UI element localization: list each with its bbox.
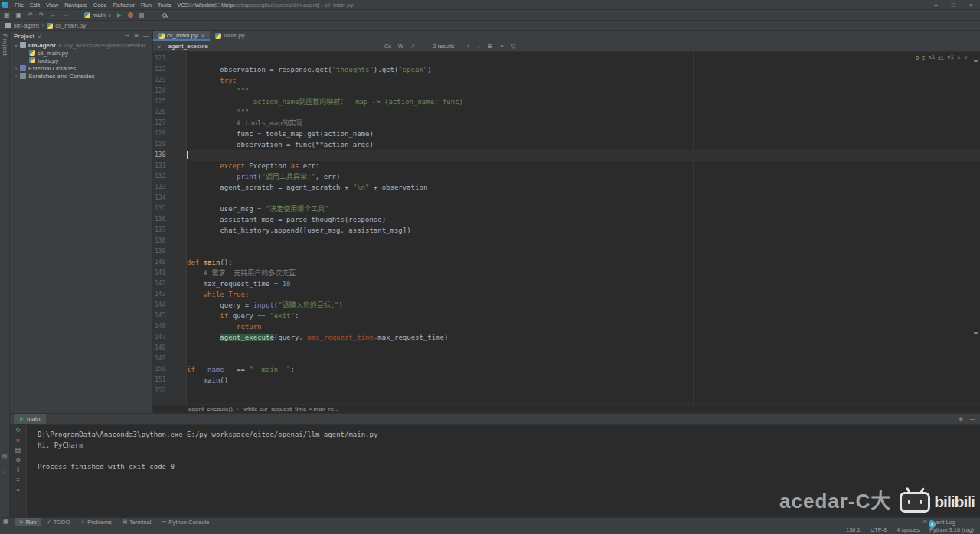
code-line[interactable]: 125 action_name到函数的映射： map -> {action_na… <box>153 96 980 107</box>
breadcrumb-item[interactable]: llm-agent <box>5 22 39 29</box>
code-line[interactable]: 127 # tools_map的实现 <box>153 118 980 129</box>
tree-arrow-icon[interactable]: › <box>13 66 19 70</box>
back-icon[interactable]: ← <box>51 10 57 21</box>
search-everywhere-icon[interactable] <box>162 13 167 18</box>
toolwindow-button-problems[interactable]: ⚠Problems <box>76 518 116 526</box>
toolwindow-button-run[interactable]: ▶Run <box>15 518 41 526</box>
code-line[interactable]: 123 try: <box>153 75 980 86</box>
minimize-button[interactable]: – <box>927 0 945 10</box>
code-line[interactable]: 135 user_msg = "决定使用哪个工具" <box>153 204 980 214</box>
code-line[interactable]: 130 <box>153 150 980 161</box>
breadcrumb-item[interactable]: cli_main.py <box>47 22 86 29</box>
restore-layout-icon[interactable]: ▤ <box>15 447 21 454</box>
next-match-icon[interactable]: ↓ <box>477 43 480 50</box>
toggle-W[interactable]: W <box>398 43 403 50</box>
close-button[interactable]: × <box>962 0 980 10</box>
code-line[interactable]: 133 agent_scratch = agent_scratch + "\n"… <box>153 182 980 193</box>
code-line[interactable]: 146 return <box>153 321 980 332</box>
code-line[interactable]: 132 print("调用工具异常:", err) <box>153 171 980 182</box>
breadcrumb-context-left[interactable]: agent_execute() <box>188 405 233 412</box>
prev-match-icon[interactable]: ↑ <box>467 43 470 50</box>
editor-tab-tools-py[interactable]: tools.py <box>210 31 250 41</box>
menu-file[interactable]: File <box>11 0 27 10</box>
run-settings-icon[interactable]: ⊛ <box>15 457 21 464</box>
maximize-button[interactable]: □ <box>945 0 962 10</box>
redo-icon[interactable]: ↷ <box>39 10 44 21</box>
code-line[interactable]: 121 <box>153 54 980 64</box>
tree-item-scratches-and-consoles[interactable]: ›Scratches and Consoles <box>10 72 152 80</box>
tree-item-file-cli-main-py[interactable]: cli_main.py <box>10 49 152 57</box>
marker-column[interactable] <box>973 52 979 404</box>
menu-view[interactable]: View <box>43 0 61 10</box>
code-line[interactable]: 129 observation = func(**action_args) <box>153 139 980 150</box>
select-all-matches-icon[interactable]: ⊞ <box>488 43 492 50</box>
project-strip-button[interactable]: Project <box>2 34 8 57</box>
tree-item-external-libraries[interactable]: ›External Libraries <box>10 64 152 72</box>
editor-tab-cli_main-py[interactable]: cli_main.py× <box>153 31 210 41</box>
settings-icon[interactable]: ⊛ <box>134 33 139 39</box>
search-input[interactable]: agent_execute <box>168 43 208 50</box>
breadcrumb-context-right[interactable]: while cur_request_time < max_re... <box>243 405 339 412</box>
toolwindow-button-terminal[interactable]: ▤Terminal <box>118 518 156 526</box>
close-tab-icon[interactable]: × <box>201 33 204 38</box>
code-line[interactable]: 140def main(): <box>153 257 980 268</box>
status-item[interactable]: Python 3.10 (rag) <box>929 526 974 533</box>
code-line[interactable]: 128 func = tools_map.get(action_name) <box>153 129 980 139</box>
menu-tools[interactable]: Tools <box>155 0 175 10</box>
collapse-all-icon[interactable]: ⊟ <box>125 33 129 39</box>
more-options-icon[interactable]: ≡ <box>500 43 503 50</box>
code-line[interactable]: 122 observation = response.get("thoughts… <box>153 64 980 75</box>
structure-icon[interactable]: ▤ <box>2 454 8 460</box>
stop-icon[interactable]: ■ <box>16 437 20 444</box>
code-line[interactable]: 142 max_request_time = 10 <box>153 278 980 289</box>
tree-arrow-icon[interactable]: ∨ <box>13 43 19 48</box>
code-line[interactable]: 147 agent_execute(query, max_request_tim… <box>153 332 980 343</box>
code-line[interactable]: 148 <box>153 343 980 353</box>
stop-button[interactable] <box>139 13 144 18</box>
code-line[interactable]: 150if __name__ == "__main__": <box>153 364 980 375</box>
debug-button[interactable] <box>128 12 133 18</box>
status-item[interactable]: 4 spaces <box>897 526 920 533</box>
status-item[interactable]: UTF-8 <box>871 526 887 533</box>
code-line[interactable]: 138 <box>153 236 980 246</box>
soft-wrap-icon[interactable]: ≡ <box>16 477 20 484</box>
toolwindow-button-python-console[interactable]: ▭Python Console <box>157 518 214 526</box>
forward-icon[interactable]: → <box>63 10 69 21</box>
menu-edit[interactable]: Edit <box>27 0 43 10</box>
toolwindow-button-todo[interactable]: ✓TODO <box>42 518 74 526</box>
code-line[interactable]: 141 # 需求: 支持用户的多次交互 <box>153 268 980 278</box>
inspections-widget[interactable]: 02∧1±1∨1∧∨ <box>914 54 969 60</box>
tree-item-root-llm-agent[interactable]: ∨llm-agent E:\py_workspace\gitee\openai\… <box>10 41 152 49</box>
undo-icon[interactable]: ↶ <box>28 10 33 21</box>
run-button[interactable] <box>117 13 122 18</box>
menu-code[interactable]: Code <box>90 0 110 10</box>
code-editor[interactable]: 121122 observation = response.get("thoug… <box>153 52 980 404</box>
rerun-icon[interactable]: ↻ <box>15 427 21 435</box>
tree-item-file-tools-py[interactable]: tools.py <box>10 57 152 64</box>
toggle-Cc[interactable]: Cc <box>384 43 391 50</box>
code-line[interactable]: 124 """ <box>153 86 980 96</box>
code-line[interactable]: 144 query = input("请输入您的目标:") <box>153 300 980 311</box>
code-line[interactable]: 134 <box>153 193 980 204</box>
code-line[interactable]: 145 if query == "exit": <box>153 311 980 321</box>
code-line[interactable]: 136 assistant_msg = parse_thoughts(respo… <box>153 214 980 225</box>
filter-icon[interactable]: ▽ <box>511 43 516 50</box>
scroll-to-end-icon[interactable]: ⇓ <box>15 467 21 474</box>
status-item[interactable]: 130:1 <box>846 526 861 533</box>
menu-run[interactable]: Run <box>138 0 155 10</box>
chevron-down-icon[interactable]: ∨ <box>158 44 161 49</box>
tree-arrow-icon[interactable]: › <box>13 73 19 78</box>
settings-icon[interactable]: ⊛ <box>959 416 963 422</box>
code-line[interactable]: 151 main() <box>153 375 980 386</box>
hide-icon[interactable]: — <box>970 416 975 422</box>
code-line[interactable]: 139 <box>153 246 980 257</box>
menu-refactor[interactable]: Refactor <box>110 0 138 10</box>
chevron-down-icon[interactable]: ∨ <box>38 34 41 39</box>
code-line[interactable]: 149 <box>153 353 980 364</box>
menu-navigate[interactable]: Navigate <box>61 0 90 10</box>
code-line[interactable]: 131 except Exception as err: <box>153 161 980 171</box>
code-line[interactable]: 126 """ <box>153 107 980 118</box>
hamburger-icon[interactable]: ▦ <box>3 519 8 525</box>
code-line[interactable]: 143 while True: <box>153 289 980 300</box>
save-all-icon[interactable]: ▣ <box>16 10 22 21</box>
